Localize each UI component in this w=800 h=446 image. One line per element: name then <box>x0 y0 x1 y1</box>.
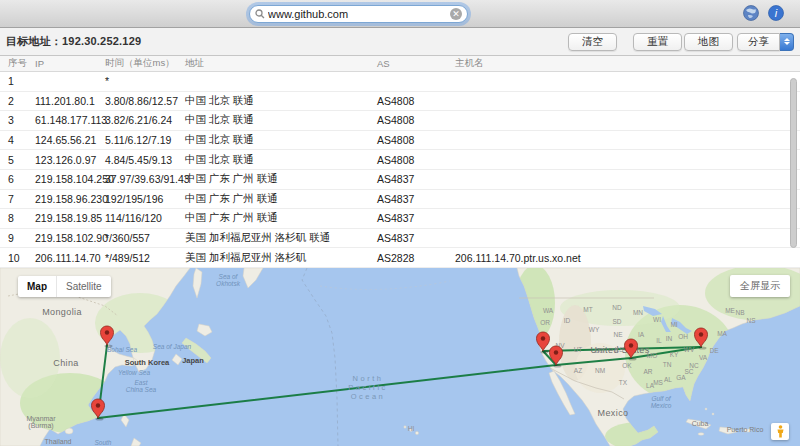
map-label: Yellow Sea <box>118 369 151 376</box>
map-label: Bohai Sea <box>107 346 137 353</box>
map-label: Ocean <box>351 392 386 401</box>
hop-cell-ip: 219.158.19.85 <box>35 212 105 224</box>
satellite-view-button[interactable]: Satellite <box>56 276 111 297</box>
pegman-streetview-icon[interactable] <box>771 423 789 440</box>
map-label: China <box>53 358 79 368</box>
col-as: AS <box>377 58 455 69</box>
map-label: East <box>134 379 148 386</box>
hop-cell-time: */489/512 <box>105 252 185 264</box>
hop-cell-as: AS4837 <box>377 212 455 224</box>
hop-cell-seq: 7 <box>0 193 35 205</box>
hop-cell-time: 4.84/5.45/9.13 <box>105 154 185 166</box>
map-label: Mexico <box>651 402 672 409</box>
hop-cell-ip: 123.126.0.97 <box>35 154 105 166</box>
hop-cell-seq: 8 <box>0 212 35 224</box>
hop-table-header: 序号 IP 时间（单位ms） 地址 AS 主机名 <box>0 56 800 72</box>
hop-row[interactable]: 361.148.177.1133.82/6.21/6.24中国 北京 联通AS4… <box>0 111 800 131</box>
map-label: North <box>353 374 384 383</box>
hop-row[interactable]: 2111.201.80.13.80/8.86/12.57中国 北京 联通AS48… <box>0 92 800 112</box>
map-label: MS <box>653 379 663 386</box>
info-icon[interactable]: i <box>768 5 784 21</box>
map-label: IN <box>666 335 673 342</box>
map-label: Japan <box>182 356 204 365</box>
hop-cell-seq: 10 <box>0 252 35 264</box>
hop-table-body: 1*2111.201.80.13.80/8.86/12.57中国 北京 联通AS… <box>0 72 800 268</box>
hop-cell-time: 37.97/39.63/91.43 <box>105 173 185 185</box>
hop-cell-addr: 中国 北京 联通 <box>185 153 377 167</box>
hop-cell-seq: 3 <box>0 114 35 126</box>
hop-row[interactable]: 1* <box>0 72 800 92</box>
map-label: AZ <box>574 367 582 374</box>
fullscreen-button[interactable]: 全屏显示 <box>730 275 790 297</box>
share-dropdown-button[interactable] <box>780 33 794 51</box>
hop-row[interactable]: 6219.158.104.25037.97/39.63/91.43中国 广东 广… <box>0 170 800 190</box>
map-label: UT <box>574 346 583 353</box>
map-label: South Korea <box>125 358 170 367</box>
hop-row[interactable]: 9219.158.102.90*/360/557美国 加利福尼亚州 洛杉矶 联通… <box>0 229 800 249</box>
hop-cell-time: 3.82/6.21/6.24 <box>105 114 185 126</box>
map-label: MO <box>647 352 657 359</box>
hop-cell-as: AS4808 <box>377 114 455 126</box>
hop-cell-as: AS4837 <box>377 173 455 185</box>
map-label: AR <box>643 368 652 375</box>
map-label: Mexico <box>598 408 629 418</box>
map-button[interactable]: 地图 <box>684 33 733 51</box>
globe-icon[interactable] <box>743 5 759 21</box>
hop-row[interactable]: 10206.111.14.70*/489/512美国 加利福尼亚州 洛杉矶AS2… <box>0 248 800 268</box>
map-label: NB <box>735 309 744 316</box>
hop-row[interactable]: 5123.126.0.974.84/5.45/9.13中国 北京 联通AS480… <box>0 150 800 170</box>
map-view-button[interactable]: Map <box>18 276 56 297</box>
clear-button[interactable]: 清空 <box>568 33 617 51</box>
map-label: TX <box>619 379 628 386</box>
hop-cell-ip: 61.148.177.113 <box>35 114 105 126</box>
hop-cell-as: AS4837 <box>377 193 455 205</box>
hop-cell-time: 114/116/120 <box>105 212 185 224</box>
target-address-label: 目标地址：192.30.252.129 <box>6 34 141 49</box>
reset-button[interactable]: 重置 <box>633 33 682 51</box>
hop-cell-ip: 219.158.102.90 <box>35 232 105 244</box>
hop-row[interactable]: 7219.158.96.230192/195/196中国 广东 广州 联通AS4… <box>0 190 800 210</box>
map-label: IL <box>656 337 662 344</box>
hop-cell-seq: 2 <box>0 95 35 107</box>
map-label: Puerto Rico <box>727 426 764 433</box>
map-label: MT <box>583 306 592 313</box>
map-label: CO <box>594 347 604 354</box>
top-toolbar: ✕ i <box>0 0 800 28</box>
target-ip: 192.30.252.129 <box>62 35 141 47</box>
hop-cell-time: * <box>105 75 185 87</box>
map-label: WY <box>589 326 600 333</box>
map-label: Thailand <box>45 438 72 445</box>
route-line <box>98 365 556 418</box>
map-label: KY <box>670 351 679 358</box>
map-label: SC <box>684 368 693 375</box>
col-host: 主机名 <box>455 57 800 70</box>
trace-app-window: ✕ i 目标地址：192.30.252.129 清空 重置 地图 分享 序号 <box>0 0 800 446</box>
map-type-control: Map Satellite <box>18 276 111 297</box>
map-label: OR <box>540 319 550 326</box>
route-map[interactable]: Sea ofOkhotskSea of JapanBohai SeaYellow… <box>0 268 800 446</box>
hop-cell-addr: 中国 北京 联通 <box>185 133 377 147</box>
clear-search-icon[interactable]: ✕ <box>450 8 462 20</box>
hop-cell-ip: 206.111.14.70 <box>35 252 105 264</box>
hop-row[interactable]: 8219.158.19.85114/116/120中国 广东 广州 联通AS48… <box>0 209 800 229</box>
share-button-group: 分享 <box>737 33 794 51</box>
map-label: Cuba <box>692 420 709 427</box>
map-label: Okhotsk <box>216 280 241 287</box>
map-label: MA <box>717 330 727 337</box>
share-button[interactable]: 分享 <box>737 33 780 51</box>
table-scrollbar-thumb[interactable] <box>790 78 797 248</box>
search-field[interactable]: ✕ <box>249 5 468 23</box>
hop-cell-seq: 5 <box>0 154 35 166</box>
hop-cell-addr: 中国 广东 广州 联通 <box>185 211 377 225</box>
map-label: NE <box>613 331 623 338</box>
hop-cell-ip: 111.201.80.1 <box>35 95 105 107</box>
hop-cell-seq: 6 <box>0 173 35 185</box>
hop-row[interactable]: 4124.65.56.215.11/6.12/7.19中国 北京 联通AS480… <box>0 131 800 151</box>
search-input[interactable] <box>268 8 450 20</box>
hop-cell-time: 3.80/8.86/12.57 <box>105 95 185 107</box>
map-label: NC <box>689 362 699 369</box>
hop-cell-addr: 美国 加利福尼亚州 洛杉矶 联通 <box>185 231 377 245</box>
hop-cell-addr: 中国 广东 广州 联通 <box>185 172 377 186</box>
hop-cell-seq: 9 <box>0 232 35 244</box>
hop-cell-ip: 219.158.96.230 <box>35 193 105 205</box>
